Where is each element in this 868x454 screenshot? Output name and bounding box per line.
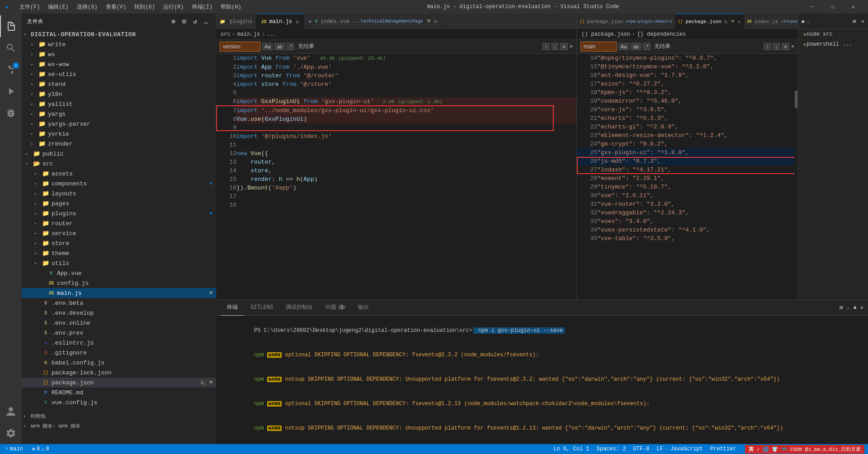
sidebar-item-write[interactable]: ▸ 📁 write [22, 39, 216, 49]
terminal-close-icon[interactable]: ✕ [860, 304, 863, 311]
sidebar-item-env-develop[interactable]: ▸ $ .env.develop [22, 308, 216, 318]
sidebar-item-package-json[interactable]: ▸ {} package.json 1, M [22, 378, 216, 388]
tab-index-vue[interactable]: ◈ V index.vue ...technicalManagementPage… [304, 14, 443, 29]
terminal-maximize-icon[interactable]: ▲ [854, 304, 857, 311]
sidebar-item-vue-config[interactable]: ▸ V vue.config.js [22, 397, 216, 407]
sidebar-item-wx-wow[interactable]: ▸ 📁 wx-wow [22, 59, 216, 69]
terminal-more-icon[interactable]: … [846, 304, 849, 311]
sidebar-item-gitignore[interactable]: ▸ G .gitignore [22, 348, 216, 358]
sidebar-item-eslintrc[interactable]: ▸ ● .eslintrc.js [22, 338, 216, 348]
split-icon[interactable]: ⊞ [853, 19, 856, 25]
find-next-button[interactable]: ↓ [552, 43, 559, 50]
sidebar-item-layouts[interactable]: ▸ 📁 layouts [22, 189, 216, 199]
git-branch-status[interactable]: ⑂ main [4, 446, 25, 452]
sidebar-item-package-lock[interactable]: ▸ {} package-lock.json [22, 368, 216, 378]
match-word-button[interactable]: ab [274, 43, 284, 50]
language-status[interactable]: JavaScript [669, 446, 705, 452]
line-ending-status[interactable]: LF [655, 446, 665, 452]
sidebar-item-yallist[interactable]: ▸ 📁 yallist [22, 99, 216, 109]
sidebar-item-env-beta[interactable]: ▸ $ .env.beta [22, 298, 216, 308]
maximize-button[interactable]: ❐ [822, 0, 843, 14]
tab-debug-console[interactable]: 调试控制台 [279, 300, 319, 316]
menu-goto[interactable]: 转到(G) [131, 2, 159, 12]
sidebar-item-router[interactable]: ▸ 📁 router [22, 218, 216, 228]
collapse-button[interactable]: … [202, 17, 211, 26]
sidebar-item-app-vue[interactable]: ▸ V App.vue [22, 268, 216, 278]
tab-problems[interactable]: 问题 2 [319, 300, 352, 316]
run-debug-icon[interactable] [0, 80, 22, 102]
sidebar-item-npm[interactable]: ▸ NPM 脚本: NPM 脚本 [22, 421, 216, 431]
node-src-item[interactable]: ▶ node src [798, 29, 868, 39]
tab-gitlens[interactable]: GITLENS [244, 300, 279, 316]
sidebar-item-assets[interactable]: ▸ 📁 assets [22, 169, 216, 179]
close-panel-icon[interactable]: ✕ [861, 19, 864, 25]
sidebar-item-theme[interactable]: ▸ 📁 theme [22, 248, 216, 258]
menu-run[interactable]: 运行(R) [160, 2, 188, 12]
tab-plugins[interactable]: 📁 plugins [216, 14, 256, 29]
find-close-button[interactable]: ✕ [570, 43, 573, 50]
formatter-status[interactable]: Prettier [708, 446, 738, 452]
sidebar-item-store[interactable]: ▸ 📁 store [22, 238, 216, 248]
sidebar-item-config-js[interactable]: ▸ JS config.js [22, 278, 216, 288]
find-input[interactable] [220, 42, 260, 52]
match-case-button[interactable]: Aa [618, 43, 629, 50]
sidebar-item-babel-config[interactable]: ▸ B babel.config.js [22, 358, 216, 368]
tab-terminal[interactable]: 终端 [221, 300, 244, 316]
account-icon[interactable] [0, 401, 22, 422]
tab-close-button[interactable]: ✕ [296, 18, 299, 26]
sidebar-item-env-prev[interactable]: ▸ $ .env.prev [22, 328, 216, 338]
minimize-button[interactable]: ─ [801, 0, 822, 14]
tab-main-js[interactable]: JS main.js ✕ [256, 14, 304, 29]
find-close-button[interactable]: ✕ [791, 43, 794, 50]
sidebar-item-y18n[interactable]: ▸ 📁 y18n [22, 89, 216, 99]
sidebar-item-yargs-parser[interactable]: ▸ 📁 yargs-parser [22, 119, 216, 129]
terminal-content[interactable]: PS C:\Users\28602\Desktop\jugeng2\digita… [216, 316, 868, 444]
menu-view[interactable]: 查看(V) [102, 2, 130, 12]
tab-close-button[interactable]: ✕ [737, 19, 741, 25]
sidebar-item-pages[interactable]: ▸ 📁 pages [22, 199, 216, 208]
cursor-position-status[interactable]: Ln 6, Col 1 [552, 446, 591, 452]
encoding-status[interactable]: UTF-8 [631, 446, 651, 452]
match-word-button[interactable]: ab [631, 43, 641, 50]
sidebar-item-utils[interactable]: ▸ 📁 utils [22, 258, 216, 268]
search-icon[interactable] [0, 37, 22, 59]
find-prev-button[interactable]: ↑ [542, 43, 550, 50]
menu-help[interactable]: 帮助(H) [217, 2, 245, 12]
find-next-button[interactable]: ↓ [773, 43, 780, 50]
indentation-status[interactable]: Spaces: 2 [595, 446, 628, 452]
tab-package-json-2[interactable]: {} package.json 1, M ✕ [675, 14, 744, 29]
menu-edit[interactable]: 编辑(E) [44, 2, 72, 12]
sidebar-item-yargs[interactable]: ▸ 📁 yargs [22, 109, 216, 119]
source-control-icon[interactable]: 1 [0, 59, 22, 80]
right-scrollbar-thumb[interactable] [795, 90, 797, 109]
settings-icon[interactable] [0, 422, 22, 444]
sidebar-item-env-online[interactable]: ▸ $ .env.online [22, 318, 216, 328]
sidebar-item-timeline[interactable]: ▸ 时附线 [22, 411, 216, 421]
menu-file[interactable]: 文件(F) [16, 2, 44, 12]
right-code-area[interactable]: 14 "@npkg/tinymce-plugins": "^0.0.7", 15… [577, 54, 798, 299]
sidebar-item-service[interactable]: ▸ 📁 service [22, 228, 216, 238]
tab-index-js[interactable]: JS index.js =InspectionV... [744, 14, 798, 29]
close-button[interactable]: ✕ [843, 0, 863, 14]
sidebar-item-src[interactable]: ▾ 📂 src [22, 159, 216, 169]
menu-terminal[interactable]: 终端(I) [189, 2, 217, 12]
right-find-input[interactable] [580, 42, 617, 52]
tab-close-button[interactable]: ✕ [434, 18, 438, 25]
new-file-button[interactable]: ⊕ [169, 17, 178, 26]
errors-status[interactable]: ⊗ 0 ⚠ 0 [30, 446, 51, 453]
sidebar-item-yorkie[interactable]: ▸ 📁 yorkie [22, 129, 216, 139]
sidebar-item-xtend[interactable]: ▸ 📁 xtend [22, 79, 216, 89]
sidebar-item-xe-utils[interactable]: ▸ 📁 xe-utils [22, 69, 216, 79]
menu-select[interactable]: 选择(S) [73, 2, 101, 12]
find-filter-button[interactable]: ≡ [560, 43, 567, 50]
find-filter-button[interactable]: ≡ [782, 43, 789, 50]
sidebar-item-plugins[interactable]: ▸ 📁 plugins ● [22, 208, 216, 218]
sidebar-item-ws[interactable]: ▸ 📁 ws [22, 49, 216, 59]
tab-output[interactable]: 输出 [352, 300, 375, 316]
files-icon[interactable] [0, 15, 22, 37]
new-folder-button[interactable]: ⊞ [180, 17, 189, 26]
powershell-item[interactable]: ▶ powershell ... [798, 39, 868, 49]
match-case-button[interactable]: Aa [262, 43, 273, 50]
refresh-button[interactable]: ↺ [191, 17, 200, 26]
right-scrollbar-track[interactable] [794, 54, 798, 299]
